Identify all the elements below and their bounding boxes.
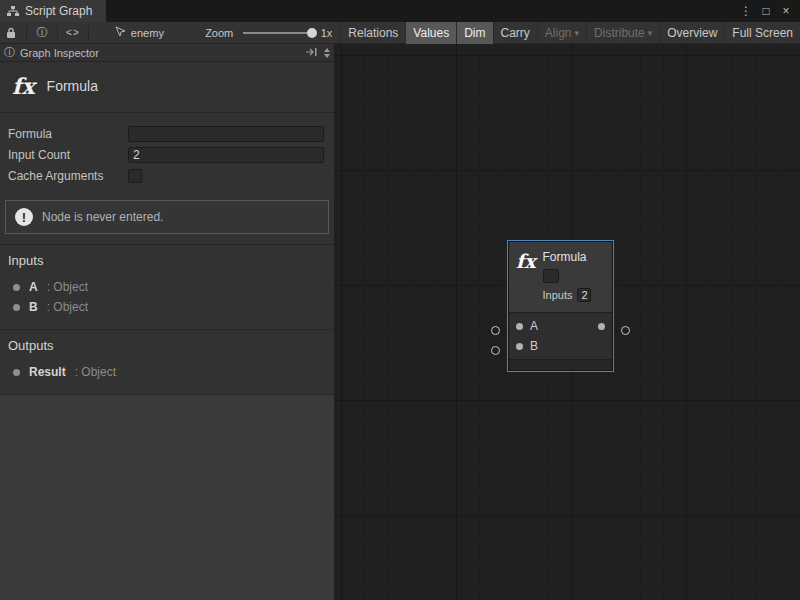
- outputs-section: Outputs Result : Object: [0, 329, 334, 394]
- input-port-icon[interactable]: [516, 343, 523, 350]
- output-port-icon[interactable]: [598, 323, 605, 330]
- window-tab-bar: Script Graph ⋮ □ ×: [0, 0, 800, 22]
- graph-inspector-header: ⓘ Graph Inspector: [0, 44, 334, 62]
- formula-input[interactable]: [128, 126, 324, 142]
- target-label: enemy: [131, 27, 164, 39]
- cache-arguments-checkbox[interactable]: [128, 169, 142, 183]
- arrow-down-icon[interactable]: [324, 54, 330, 58]
- pointer-icon: [115, 26, 126, 39]
- list-item: B : Object: [8, 297, 326, 317]
- cache-arguments-label: Cache Arguments: [8, 169, 128, 183]
- node-footer: [509, 359, 612, 370]
- info-icon: ⓘ: [4, 45, 15, 60]
- window-menu-icon[interactable]: ⋮: [738, 4, 754, 18]
- zoom-slider[interactable]: [243, 32, 314, 34]
- input-count-input[interactable]: [128, 147, 324, 163]
- tab-label: Script Graph: [25, 4, 92, 18]
- relations-button[interactable]: Relations: [340, 22, 405, 44]
- warning-icon: !: [15, 208, 33, 226]
- graph-canvas[interactable]: fx Formula Inputs 2 A: [335, 44, 800, 600]
- overview-button[interactable]: Overview: [659, 22, 724, 44]
- dock-panel-icon[interactable]: [305, 47, 318, 59]
- outputs-section-title: Outputs: [8, 338, 326, 353]
- window-maximize-icon[interactable]: □: [758, 4, 774, 18]
- carry-button[interactable]: Carry: [493, 22, 537, 44]
- node-ports: A B: [509, 312, 612, 359]
- panel-scroll-stepper[interactable]: [324, 48, 330, 58]
- port-name: Result: [29, 365, 66, 379]
- warning-text: Node is never entered.: [42, 210, 163, 224]
- chevron-down-icon: ▾: [575, 28, 580, 38]
- node-inputs-count[interactable]: 2: [577, 288, 591, 302]
- arrow-up-icon[interactable]: [324, 48, 330, 52]
- window-controls: ⋮ □ ×: [738, 0, 800, 22]
- port-name: A: [29, 280, 38, 294]
- code-view-icon[interactable]: <>: [62, 22, 84, 44]
- script-graph-icon: [7, 6, 19, 17]
- output-connection-point[interactable]: [621, 326, 630, 335]
- input-connection-point[interactable]: [491, 346, 500, 355]
- values-button[interactable]: Values: [405, 22, 456, 44]
- zoom-value: 1x: [321, 27, 333, 39]
- toolbar-divider: [88, 26, 89, 40]
- list-item: A : Object: [8, 277, 326, 297]
- cache-arguments-field-row: Cache Arguments: [8, 165, 324, 186]
- input-connection-point[interactable]: [491, 326, 500, 335]
- toolbar-divider: [26, 26, 27, 40]
- port-type: : Object: [47, 280, 88, 294]
- input-port-icon[interactable]: [516, 323, 523, 330]
- node-type-title: Formula: [47, 78, 98, 94]
- distribute-dropdown[interactable]: Distribute ▾: [586, 22, 659, 44]
- node-port-row: A: [509, 316, 612, 336]
- graph-target[interactable]: enemy: [115, 26, 187, 39]
- lock-icon[interactable]: [0, 22, 22, 44]
- graph-inspector-panel: ⓘ Graph Inspector fx Formula: [0, 44, 335, 600]
- list-item: Result : Object: [8, 362, 326, 382]
- port-name: A: [530, 319, 538, 333]
- node-formula-input[interactable]: [543, 269, 559, 283]
- inputs-section-title: Inputs: [8, 253, 326, 268]
- chevron-down-icon: ▾: [648, 28, 653, 38]
- port-dot-icon: [13, 304, 20, 311]
- formula-node[interactable]: fx Formula Inputs 2 A: [508, 241, 613, 371]
- align-dropdown[interactable]: Align ▾: [537, 22, 586, 44]
- formula-node-header: fx Formula Inputs 2: [509, 242, 612, 312]
- node-port-row: B: [509, 336, 612, 356]
- zoom-slider-knob[interactable]: [307, 28, 317, 38]
- port-name: B: [29, 300, 38, 314]
- graph-inspector-title: Graph Inspector: [20, 47, 99, 59]
- port-dot-icon: [13, 284, 20, 291]
- warning-box: ! Node is never entered.: [5, 200, 329, 234]
- formula-field-row: Formula: [8, 123, 324, 144]
- full-screen-button[interactable]: Full Screen: [724, 22, 800, 44]
- formula-field-label: Formula: [8, 127, 128, 141]
- formula-fx-icon: fx: [12, 75, 35, 97]
- dim-button[interactable]: Dim: [456, 22, 492, 44]
- port-dot-icon: [13, 369, 20, 376]
- port-type: : Object: [47, 300, 88, 314]
- window-close-icon[interactable]: ×: [778, 4, 794, 18]
- inputs-section: Inputs A : Object B : Object: [0, 244, 334, 329]
- port-type: : Object: [75, 365, 116, 379]
- toolbar-buttons: Relations Values Dim Carry Align ▾ Distr…: [340, 22, 800, 44]
- info-icon[interactable]: ⓘ: [31, 22, 53, 44]
- graph-toolbar: ⓘ <> enemy Zoom 1x Relations Values Dim …: [0, 22, 800, 44]
- inspector-fields: Formula Input Count Cache Arguments: [0, 112, 334, 194]
- tab-script-graph[interactable]: Script Graph: [0, 0, 106, 22]
- input-count-label: Input Count: [8, 148, 128, 162]
- port-name: B: [530, 339, 538, 353]
- node-title: Formula: [543, 250, 592, 264]
- zoom-label: Zoom: [205, 27, 233, 39]
- formula-fx-icon: fx: [516, 250, 536, 306]
- input-count-field-row: Input Count: [8, 144, 324, 165]
- inspector-empty-area: [0, 395, 334, 600]
- node-inputs-label: Inputs: [543, 289, 573, 301]
- inspected-node-title: fx Formula: [0, 62, 334, 112]
- toolbar-divider: [57, 26, 58, 40]
